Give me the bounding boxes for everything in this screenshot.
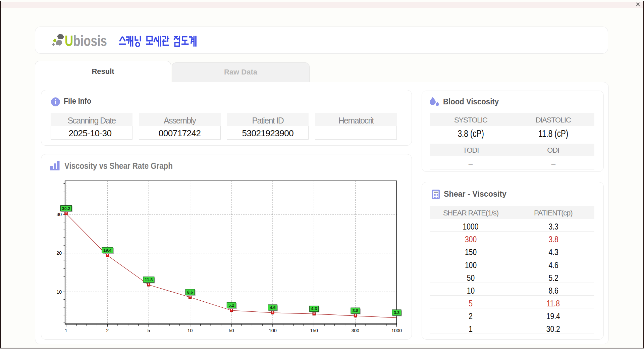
svg-text:4.3: 4.3	[311, 306, 317, 311]
svg-text:10: 10	[187, 328, 193, 333]
svg-text:100: 100	[269, 328, 277, 333]
svg-text:4.6: 4.6	[270, 305, 275, 310]
svg-text:20: 20	[56, 250, 62, 256]
svg-text:19.4: 19.4	[103, 248, 111, 253]
svg-text:11.8: 11.8	[145, 278, 153, 282]
svg-text:30: 30	[56, 212, 62, 217]
svg-text:30.2: 30.2	[62, 206, 70, 211]
svg-text:10: 10	[56, 289, 62, 295]
svg-text:5: 5	[148, 328, 150, 333]
svg-text:2: 2	[106, 328, 109, 333]
svg-text:8.6: 8.6	[187, 290, 193, 295]
svg-text:3.8: 3.8	[353, 308, 358, 313]
svg-text:300: 300	[352, 328, 360, 333]
svg-text:5.2: 5.2	[228, 303, 234, 308]
svg-text:150: 150	[310, 328, 318, 333]
svg-text:50: 50	[229, 328, 234, 333]
svg-text:1000: 1000	[391, 328, 402, 333]
svg-text:1: 1	[65, 328, 67, 333]
svg-text:3.3: 3.3	[394, 310, 399, 315]
